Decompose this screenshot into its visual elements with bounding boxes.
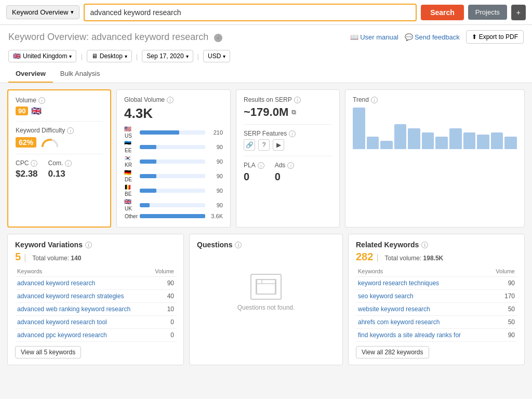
add-project-button[interactable]: + <box>511 5 526 20</box>
global-bar-row: 🇬🇧UK 90 <box>124 198 223 211</box>
trend-bar <box>477 135 489 149</box>
com-info-icon[interactable]: i <box>65 160 72 167</box>
kw-link[interactable]: advanced web ranking keyword research <box>17 305 130 313</box>
date-filter[interactable]: Sep 17, 2020 <box>142 50 193 62</box>
top-bar: Keyword Overview Search Projects + <box>0 0 532 25</box>
country-filter[interactable]: 🇬🇧 United Kingdom <box>8 50 76 62</box>
serp-features-title: SERP Features i <box>244 130 332 137</box>
table-row: advanced keyword research strategies 40 <box>15 290 176 303</box>
trend-bar <box>380 141 393 149</box>
export-pdf-button[interactable]: ⬆ Export to PDF <box>466 30 524 44</box>
country-flag: 🇩🇪DE <box>124 169 137 182</box>
global-info-icon[interactable]: i <box>167 97 174 103</box>
global-bar-row: 🇧🇪BE 90 <box>124 184 223 197</box>
device-filter[interactable]: 🖥 Desktop <box>87 50 132 62</box>
questions-empty-message: Questions not found. <box>237 304 295 311</box>
kw-variations-title: Keyword Variations i <box>15 241 176 249</box>
kd-card-title: Keyword Difficulty i <box>16 127 103 134</box>
tab-bulk-analysis[interactable]: Bulk Analysis <box>53 65 108 83</box>
view-all-related-button[interactable]: View all 282 keywords <box>356 346 429 358</box>
serp-features-info-icon[interactable]: i <box>289 130 296 137</box>
trend-bar <box>367 137 379 149</box>
global-bar-row: 🇪🇪EE 90 <box>124 140 223 153</box>
kd-gauge <box>41 136 59 149</box>
send-feedback-link[interactable]: 💬 Send feedback <box>405 33 460 41</box>
add-keyword-icon[interactable]: + <box>214 34 222 42</box>
tool-dropdown[interactable]: Keyword Overview <box>6 5 79 19</box>
projects-button[interactable]: Projects <box>468 5 507 20</box>
view-all-variations-button[interactable]: View all 5 keywords <box>15 346 81 358</box>
table-row: seo keyword search 170 <box>356 290 517 303</box>
device-icon: 🖥 <box>91 52 98 60</box>
table-row: find keywords a site already ranks for 9… <box>356 329 517 342</box>
related-info-icon[interactable]: i <box>421 242 428 248</box>
related-kw-link[interactable]: seo keyword search <box>358 292 414 300</box>
related-kw-link[interactable]: keyword research techniques <box>358 280 439 287</box>
ads-section: Ads i 0 <box>275 162 295 183</box>
ads-info-icon[interactable]: i <box>287 162 294 169</box>
bar-fill <box>140 214 205 218</box>
kw-link[interactable]: advanced keyword research strategies <box>17 292 124 300</box>
volume-badge: 90 <box>16 107 28 115</box>
search-button[interactable]: Search <box>421 5 464 20</box>
global-bar-row: 🇺🇸US 210 <box>124 126 223 139</box>
video-serp-icon[interactable]: ▶ <box>273 139 284 151</box>
questions-title: Questions i <box>197 241 242 249</box>
currency-filter[interactable]: USD <box>203 50 230 62</box>
cpc-row: CPC i $2.38 Com. i 0.13 <box>16 159 103 179</box>
related-kw-link[interactable]: website keyword research <box>358 305 430 313</box>
kw-link[interactable]: advanced ppc keyword research <box>17 331 107 339</box>
serp-info-icon[interactable]: i <box>294 97 301 103</box>
kw-variations-table: Keywords Volume advanced keyword researc… <box>15 266 176 342</box>
no-data-icon <box>250 274 282 300</box>
country-flag: 🇺🇸US <box>124 126 137 139</box>
global-bars: 🇺🇸US 210 🇪🇪EE 90 🇰🇷KR 90 🇩🇪DE 90 <box>124 126 223 219</box>
bar-value: 90 <box>208 173 223 179</box>
filters-row: 🇬🇧 United Kingdom | 🖥 Desktop | Sep 17, … <box>8 47 524 65</box>
volume-info-icon[interactable]: i <box>38 97 45 104</box>
vol-col-header: Volume <box>150 266 176 277</box>
com-section: Com. i 0.13 <box>48 159 72 179</box>
copy-icon[interactable]: ⧉ <box>291 109 296 116</box>
search-input[interactable] <box>84 4 417 21</box>
serp-title: Results on SERP i <box>244 96 332 103</box>
related-kw-link[interactable]: find keywords a site already ranks for <box>358 331 461 339</box>
link-serp-icon[interactable]: 🔗 <box>244 139 255 151</box>
serp-features-icons: 🔗 ? ▶ <box>244 139 332 151</box>
trend-bar <box>491 132 503 149</box>
bar-container <box>140 174 205 178</box>
pla-info-icon[interactable]: i <box>258 162 264 169</box>
serp-card: Results on SERP i ~179.0M ⧉ SERP Feature… <box>236 89 340 228</box>
question-serp-icon[interactable]: ? <box>258 139 270 151</box>
bar-value: 90 <box>208 144 223 150</box>
cpc-info-icon[interactable]: i <box>31 160 37 167</box>
user-manual-link[interactable]: 📖 User manual <box>350 33 398 41</box>
keyword-name: advanced keyword research <box>91 32 208 42</box>
global-volume-value: 4.3K <box>124 105 223 122</box>
kw-variations-count: 5 <box>15 251 21 263</box>
header-actions: 📖 User manual 💬 Send feedback ⬆ Export t… <box>350 30 524 44</box>
bar-container <box>140 145 205 149</box>
bar-value: 90 <box>208 202 223 208</box>
bottom-section: Keyword Variations i 5 | Total volume: 1… <box>7 234 525 365</box>
trend-bar <box>504 137 517 149</box>
bar-fill <box>140 189 156 193</box>
tab-overview[interactable]: Overview <box>8 65 53 83</box>
kw-link[interactable]: advanced keyword research <box>17 280 95 287</box>
global-bar-row: 🇰🇷KR 90 <box>124 155 223 168</box>
questions-info-icon[interactable]: i <box>235 242 242 248</box>
trend-title: Trend i <box>353 96 517 103</box>
kw-link[interactable]: advanced keyword research tool <box>17 318 107 326</box>
kw-variations-info-icon[interactable]: i <box>85 242 92 248</box>
svg-rect-0 <box>257 280 275 294</box>
table-row: advanced keyword research tool 0 <box>15 316 176 329</box>
related-kw-link[interactable]: ahrefs com keyword research <box>358 318 440 326</box>
flag-icon: 🇬🇧 <box>13 52 21 60</box>
table-row: advanced ppc keyword research 0 <box>15 329 176 342</box>
kd-info-icon[interactable]: i <box>67 127 74 134</box>
trend-info-icon[interactable]: i <box>371 97 378 103</box>
country-flag: 🇰🇷KR <box>124 155 137 168</box>
bar-fill <box>140 145 156 149</box>
bar-value: 90 <box>208 158 223 165</box>
cpc-section: CPC i $2.38 <box>16 159 38 179</box>
